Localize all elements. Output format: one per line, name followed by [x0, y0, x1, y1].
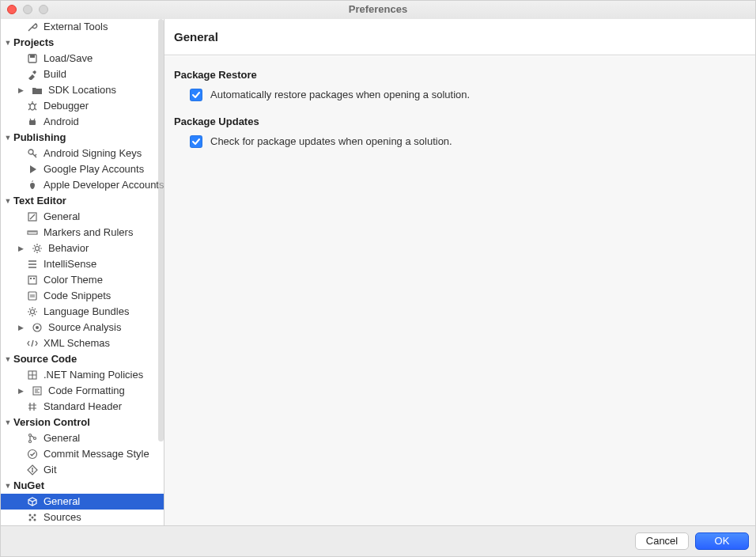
content-panel: General Package Restore Automatically re…: [164, 19, 755, 525]
apple-icon: [26, 179, 39, 191]
cancel-button[interactable]: Cancel: [635, 532, 689, 550]
section-package-restore: Package Restore: [174, 69, 746, 81]
minimize-button[interactable]: [23, 5, 32, 14]
palette-icon: [26, 274, 39, 286]
checkbox-check-updates[interactable]: [190, 135, 202, 148]
bug-icon: [26, 100, 39, 112]
sidebar-item-android-signing-keys[interactable]: Android Signing Keys: [1, 146, 164, 161]
sidebar-item-code-snippets[interactable]: Code Snippets: [1, 288, 164, 304]
footer: Cancel OK: [1, 525, 755, 556]
sidebar-item-label: .NET Naming Policies: [43, 369, 143, 381]
checkbox-auto-restore[interactable]: [190, 89, 202, 101]
chevron-right-icon: ▶: [17, 244, 25, 252]
sidebar-category-publishing[interactable]: ▼Publishing: [1, 130, 164, 146]
sidebar-item-label: Build: [43, 68, 66, 80]
hammer-icon: [26, 68, 39, 81]
sidebar-item-load-save[interactable]: Load/Save: [1, 51, 164, 66]
chevron-down-icon: ▼: [4, 39, 12, 47]
branch-icon: [26, 432, 39, 445]
sidebar-item-git[interactable]: Git: [1, 462, 164, 478]
sidebar-item-label: Sources: [43, 511, 81, 523]
sidebar-item-code-formatting[interactable]: ▶Code Formatting: [1, 383, 164, 399]
sidebar-item-label: Debugger: [43, 100, 89, 112]
sidebar-item--net-naming-policies[interactable]: .NET Naming Policies: [1, 367, 164, 383]
chevron-down-icon: ▼: [4, 355, 12, 363]
sidebar-item-apple-developer-accounts[interactable]: Apple Developer Accounts: [1, 177, 164, 193]
panel-title: General: [174, 30, 746, 44]
pencil-icon: [26, 210, 39, 223]
sidebar-category-label: Publishing: [13, 131, 66, 143]
sidebar-item-android[interactable]: Android: [1, 114, 164, 130]
sidebar-item-label: Source Analysis: [48, 321, 122, 333]
sidebar-scrollbar[interactable]: [158, 19, 164, 441]
sidebar-item-label: Code Formatting: [48, 385, 125, 396]
sidebar-item-external-tools[interactable]: External Tools: [1, 19, 164, 35]
chevron-right-icon: ▶: [17, 86, 25, 94]
sidebar-item-label: Behavior: [48, 242, 89, 254]
sidebar-item-label: Color Theme: [43, 274, 103, 286]
grid-icon: [26, 369, 39, 381]
sidebar-category-label: Version Control: [13, 416, 90, 428]
content-header: General: [164, 19, 755, 55]
sidebar-item-general[interactable]: General: [1, 430, 164, 446]
folder-icon: [31, 84, 43, 97]
sidebar-category-source-code[interactable]: ▼Source Code: [1, 351, 164, 367]
sidebar-item-label: External Tools: [43, 21, 108, 32]
ok-button[interactable]: OK: [695, 532, 749, 550]
sidebar-item-behavior[interactable]: ▶Behavior: [1, 241, 164, 256]
sidebar-item-label: Standard Header: [43, 400, 122, 412]
sidebar-category-label: NuGet: [13, 479, 44, 491]
sidebar-category-nuget[interactable]: ▼NuGet: [1, 478, 164, 494]
sidebar-item-build[interactable]: Build: [1, 66, 164, 82]
key-icon: [26, 147, 39, 160]
zoom-button[interactable]: [39, 5, 48, 14]
sidebar-item-general[interactable]: General: [1, 494, 164, 510]
sidebar-item-label: Markers and Rulers: [43, 226, 133, 238]
sidebar-item-language-bundles[interactable]: Language Bundles: [1, 304, 164, 320]
sidebar-item-label: Language Bundles: [43, 305, 129, 317]
sidebar-item-label: SDK Locations: [48, 84, 116, 96]
git-icon: [26, 464, 39, 476]
hash-icon: [26, 400, 39, 413]
sidebar-item-google-play-accounts[interactable]: Google Play Accounts: [1, 161, 164, 177]
sidebar-item-label: Android: [43, 116, 79, 127]
sidebar-category-projects[interactable]: ▼Projects: [1, 35, 164, 51]
sidebar-item-intellisense[interactable]: IntelliSense: [1, 256, 164, 272]
sidebar-item-label: Android Signing Keys: [43, 147, 142, 159]
sidebar-item-label: Google Play Accounts: [43, 163, 144, 175]
sidebar: External Tools▼ProjectsLoad/SaveBuild▶SD…: [1, 19, 164, 525]
sidebar-item-commit-message-style[interactable]: Commit Message Style: [1, 446, 164, 462]
chevron-down-icon: ▼: [4, 482, 12, 490]
sidebar-item-sources[interactable]: Sources: [1, 510, 164, 525]
cube-icon: [26, 495, 39, 508]
chevron-down-icon: ▼: [4, 419, 12, 426]
preferences-window: Preferences External Tools▼ProjectsLoad/…: [0, 0, 756, 557]
sidebar-item-sdk-locations[interactable]: ▶SDK Locations: [1, 82, 164, 98]
sidebar-item-xml-schemas[interactable]: XML Schemas: [1, 335, 164, 351]
sidebar-item-standard-header[interactable]: Standard Header: [1, 399, 164, 415]
close-button[interactable]: [7, 5, 17, 14]
gear-icon: [26, 305, 39, 318]
sidebar-item-label: Load/Save: [43, 52, 93, 64]
format-icon: [31, 385, 43, 397]
sidebar-category-version-control[interactable]: ▼Version Control: [1, 415, 164, 430]
disk-icon: [26, 52, 39, 65]
sidebar-category-text-editor[interactable]: ▼Text Editor: [1, 193, 164, 209]
sidebar-item-general[interactable]: General: [1, 209, 164, 225]
sidebar-item-source-analysis[interactable]: ▶Source Analysis: [1, 320, 164, 335]
sources-icon: [26, 511, 39, 524]
chevron-down-icon: ▼: [4, 197, 12, 205]
sidebar-item-debugger[interactable]: Debugger: [1, 98, 164, 114]
sidebar-category-label: Projects: [13, 36, 54, 48]
sidebar-item-label: XML Schemas: [43, 337, 110, 349]
sidebar-category-label: Source Code: [13, 353, 77, 365]
sidebar-item-markers-and-rulers[interactable]: Markers and Rulers: [1, 225, 164, 241]
ruler-icon: [26, 226, 39, 239]
checkbox-check-updates-label: Check for package updates when opening a…: [210, 135, 452, 147]
sidebar-item-label: Code Snippets: [43, 290, 111, 301]
android-icon: [26, 116, 39, 128]
sidebar-item-label: General: [43, 495, 80, 507]
gear-icon: [31, 242, 43, 255]
sidebar-item-color-theme[interactable]: Color Theme: [1, 272, 164, 288]
play-icon: [26, 163, 39, 176]
